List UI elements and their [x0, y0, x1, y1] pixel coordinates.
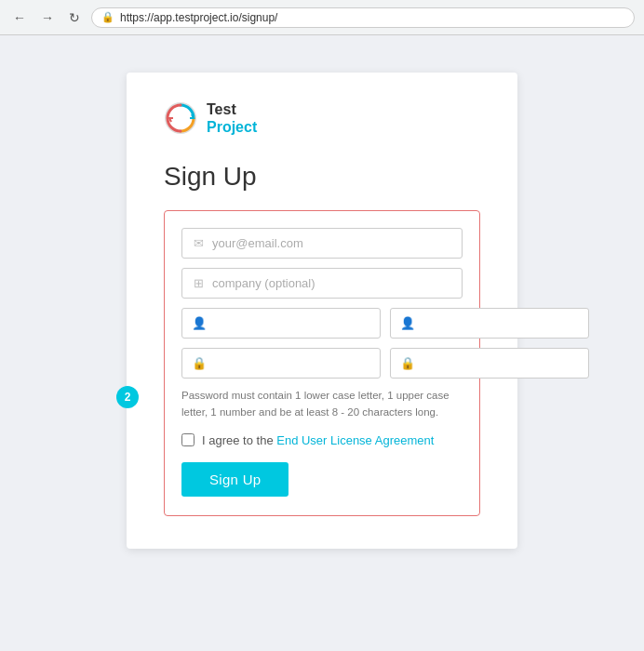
name-row: 👤 👤	[181, 308, 463, 339]
password-input[interactable]	[214, 356, 370, 370]
last-name-input-wrapper: 👤	[390, 308, 589, 339]
back-button[interactable]: ←	[9, 8, 30, 27]
signup-form-container: ✉ ⊞ 👤 👤	[164, 210, 480, 516]
lock2-icon: 🔒	[400, 356, 415, 370]
email-field-wrapper: ✉	[181, 228, 463, 259]
person-icon: 👤	[192, 316, 207, 330]
confirm-password-input[interactable]	[423, 356, 579, 370]
password-row: 🔒 🔒	[181, 348, 463, 379]
first-name-input-wrapper: 👤	[181, 308, 381, 339]
address-bar: 🔒 https://app.testproject.io/signup/	[91, 7, 635, 28]
company-input-wrapper: ⊞	[181, 268, 463, 299]
lock-icon: 🔒	[192, 356, 207, 370]
signup-card: Test Project Sign Up ✉ ⊞	[127, 73, 517, 549]
page-area: Test Project Sign Up ✉ ⊞	[0, 35, 644, 651]
email-icon: ✉	[192, 236, 205, 250]
logo-area: Test Project	[164, 100, 480, 136]
password-input-wrapper: 🔒	[181, 348, 381, 379]
forward-button[interactable]: →	[37, 8, 58, 27]
reload-button[interactable]: ↻	[65, 8, 84, 27]
confirm-password-input-wrapper: 🔒	[390, 348, 589, 379]
person2-icon: 👤	[400, 316, 415, 330]
page-title: Sign Up	[164, 162, 480, 192]
logo-icon	[164, 101, 197, 135]
agreement-checkbox[interactable]	[181, 433, 195, 446]
step-indicator: 2	[116, 386, 139, 408]
company-field-wrapper: ⊞	[181, 268, 463, 299]
last-name-input[interactable]	[423, 316, 579, 330]
logo-text-test: Test	[207, 100, 257, 118]
signup-button[interactable]: Sign Up	[181, 462, 288, 497]
company-input[interactable]	[212, 276, 452, 290]
first-name-input[interactable]	[214, 316, 370, 330]
password-hint: Password must contain 1 lower case lette…	[181, 388, 463, 420]
agreement-label: I agree to the End User License Agreemen…	[202, 433, 434, 447]
email-input[interactable]	[212, 236, 452, 250]
agreement-row: I agree to the End User License Agreemen…	[181, 433, 463, 447]
logo-text-project: Project	[207, 118, 257, 136]
eula-link[interactable]: End User License Agreement	[276, 433, 434, 447]
url-text: https://app.testproject.io/signup/	[120, 11, 277, 24]
company-icon: ⊞	[192, 276, 205, 290]
lock-icon: 🔒	[101, 11, 114, 23]
browser-chrome: ← → ↻ 🔒 https://app.testproject.io/signu…	[0, 0, 644, 35]
email-input-wrapper: ✉	[181, 228, 463, 259]
logo-text: Test Project	[207, 100, 257, 136]
